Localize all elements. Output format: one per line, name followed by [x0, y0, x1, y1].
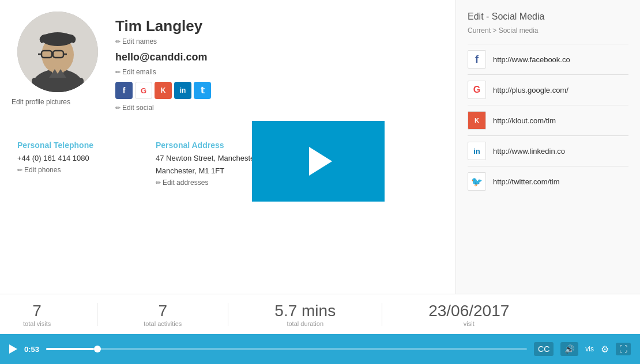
progress-handle[interactable]: [94, 346, 101, 352]
social-icons-row: f G K in 𝕥: [115, 82, 211, 99]
profile-info: Tim Langley Edit names hello@canddi.com …: [115, 12, 211, 117]
social-linkedin-icon[interactable]: in: [174, 82, 191, 99]
visit-label: vis: [585, 345, 594, 353]
stat-activities-label: Total activities: [144, 320, 182, 327]
captions-icon[interactable]: CC: [534, 342, 554, 356]
social-row-linkedin[interactable]: in http://www.linkedin.co: [468, 135, 628, 166]
social-klout-icon[interactable]: K: [155, 82, 172, 99]
social-facebook-icon[interactable]: f: [115, 82, 133, 99]
settings-icon[interactable]: ⚙: [601, 344, 609, 355]
linkedin-url: http://www.linkedin.co: [493, 147, 565, 156]
edit-addresses-link[interactable]: Edit addresses: [156, 179, 259, 187]
edit-social-link[interactable]: Edit social: [115, 104, 211, 112]
social-row-facebook[interactable]: f http://www.facebook.co: [468, 44, 628, 74]
progress-bar[interactable]: [46, 348, 527, 350]
social-google-icon[interactable]: G: [135, 82, 152, 99]
fullscreen-icon[interactable]: ⛶: [616, 343, 631, 355]
google-panel-icon: G: [468, 81, 486, 99]
avatar: [17, 12, 98, 92]
social-row-klout[interactable]: K http://klout.com/tim: [468, 105, 628, 135]
klout-panel-icon: K: [468, 111, 486, 130]
edit-emails-link[interactable]: Edit emails: [115, 68, 211, 76]
twitter-panel-icon: 🐦: [468, 172, 486, 191]
stat-duration: 5.7 mins Total duration: [274, 302, 336, 327]
stat-activities: 7 Total activities: [144, 302, 182, 327]
stat-divider-2: [228, 303, 228, 326]
profile-email: hello@canddi.com: [115, 51, 211, 63]
edit-phones-link[interactable]: Edit phones: [17, 166, 121, 174]
linkedin-panel-icon: in: [468, 142, 486, 160]
stat-visits: 7 Total visits: [23, 302, 51, 327]
stat-activities-number: 7: [144, 302, 182, 320]
telephone-label[interactable]: Personal Telephone: [17, 141, 121, 150]
profile-name: Tim Langley: [115, 17, 211, 35]
social-row-google[interactable]: G http://plus.google.com/: [468, 74, 628, 105]
address-line2: Manchester, M1 1FT: [156, 166, 259, 176]
twitter-url: http://twitter.com/tim: [493, 177, 560, 186]
stat-duration-label: Total duration: [274, 320, 336, 327]
social-row-twitter[interactable]: 🐦 http://twitter.com/tim: [468, 166, 628, 196]
stat-date-number: 23/06/2017: [428, 302, 509, 320]
social-twitter-icon[interactable]: 𝕥: [194, 82, 211, 99]
telephone-value: +44 (0) 161 414 1080: [17, 153, 121, 164]
facebook-panel-icon: f: [468, 50, 486, 69]
panel-breadcrumb: Current > Social media: [468, 26, 628, 35]
stat-divider-1: [97, 303, 97, 326]
address-line1: 47 Newton Street, Manchester,: [156, 153, 259, 164]
stat-date-label: Visit: [428, 320, 509, 327]
stats-bar: 7 Total visits 7 Total activities 5.7 mi…: [0, 294, 640, 334]
profile-section: Tim Langley Edit names hello@canddi.com …: [0, 0, 455, 294]
play-button-icon[interactable]: [309, 147, 332, 176]
panel-title: Edit - Social Media: [468, 12, 628, 22]
volume-icon[interactable]: 🔊: [560, 342, 578, 356]
controls-time: 0:53: [24, 345, 39, 354]
edit-profile-pics-link[interactable]: Edit profile pictures: [12, 98, 70, 106]
video-controls-bar: 0:53 CC 🔊 vis ⚙ ⛶: [0, 334, 640, 364]
telephone-column: Personal Telephone +44 (0) 161 414 1080 …: [17, 141, 121, 187]
main-content: Tim Langley Edit names hello@canddi.com …: [0, 0, 640, 294]
stat-divider-3: [382, 303, 382, 326]
facebook-url: http://www.facebook.co: [493, 55, 570, 64]
stat-date: 23/06/2017 Visit: [428, 302, 509, 327]
profile-top: Tim Langley Edit names hello@canddi.com …: [17, 12, 438, 117]
svg-rect-11: [32, 78, 84, 92]
edit-names-link[interactable]: Edit names: [115, 37, 211, 46]
address-column: Personal Address 47 Newton Street, Manch…: [156, 141, 259, 187]
social-media-panel: Edit - Social Media Current > Social med…: [455, 0, 640, 294]
stat-duration-number: 5.7 mins: [274, 302, 336, 320]
stat-visits-number: 7: [23, 302, 51, 320]
stat-visits-label: Total visits: [23, 320, 51, 327]
klout-url: http://klout.com/tim: [493, 116, 556, 125]
controls-play-icon[interactable]: [9, 344, 17, 354]
address-label[interactable]: Personal Address: [156, 141, 259, 150]
google-url: http://plus.google.com/: [493, 86, 569, 94]
video-player[interactable]: [252, 121, 385, 202]
progress-fill: [46, 348, 94, 350]
